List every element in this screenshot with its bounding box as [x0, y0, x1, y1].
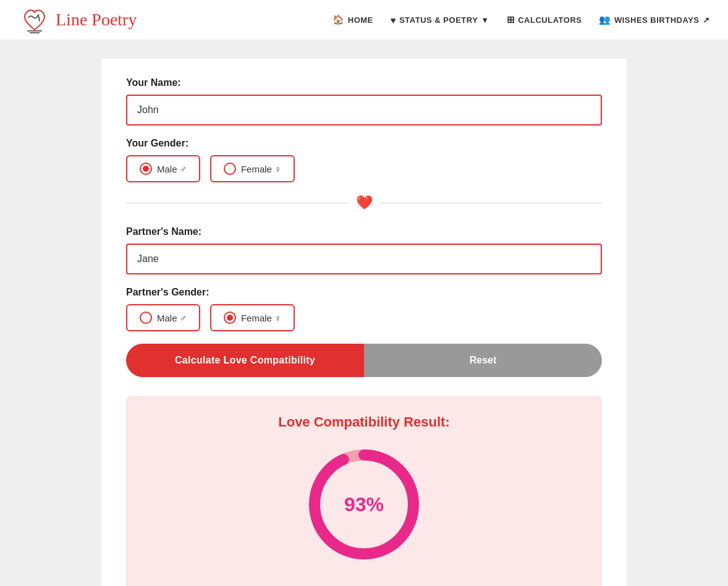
donut-chart: 93%: [302, 443, 426, 566]
navbar: Line Poetry 🏠 HOME ♥ STATUS & POETRY ▼ ⊞…: [0, 0, 728, 40]
your-gender-female[interactable]: Female ♀: [210, 155, 295, 182]
donut-percentage: 93%: [344, 493, 384, 516]
partner-name-label: Partner's Name:: [126, 226, 602, 237]
sidebar-left: [21, 59, 101, 586]
nav-link-calculators[interactable]: ⊞ CALCULATORS: [507, 14, 582, 25]
your-gender-label: Your Gender:: [126, 138, 602, 149]
partner-gender-female-radio[interactable]: [224, 312, 236, 324]
your-gender-male[interactable]: Male ♂: [126, 155, 200, 182]
your-gender-options: Male ♂ Female ♀: [126, 155, 602, 182]
partner-name-field-group: Partner's Name:: [126, 226, 602, 287]
calculator-icon: ⊞: [507, 14, 515, 25]
your-gender-female-radio[interactable]: [224, 163, 236, 175]
sidebar-right: [627, 59, 707, 586]
birthday-icon: 👥: [599, 14, 611, 25]
reset-button[interactable]: Reset: [364, 344, 602, 377]
heart-nav-icon: ♥: [391, 15, 396, 25]
nav-item-calculators[interactable]: ⊞ CALCULATORS: [507, 14, 582, 25]
nav-item-wishes-birthdays[interactable]: 👥 WISHES BIRTHDAYS ↗: [599, 14, 709, 25]
heart-divider: ❤️: [126, 195, 602, 211]
your-gender-male-label: Male ♂: [157, 164, 187, 174]
logo-icon: [19, 4, 51, 36]
nav-item-status-poetry[interactable]: ♥ STATUS & POETRY ▼: [391, 15, 489, 25]
your-name-field-group: Your Name:: [126, 77, 602, 138]
calculate-button[interactable]: Calculate Love Compatibility: [126, 344, 364, 377]
result-box: Love Compatibility Result: 93%: [126, 396, 602, 586]
nav-link-wishes-birthdays[interactable]: 👥 WISHES BIRTHDAYS ↗: [599, 14, 709, 25]
dropdown-arrow-icon: ▼: [481, 15, 489, 25]
your-name-input[interactable]: [126, 95, 602, 125]
external-link-icon: ↗: [703, 15, 710, 25]
partner-gender-male[interactable]: Male ♂: [126, 304, 200, 331]
nav-link-home[interactable]: 🏠 HOME: [332, 14, 373, 25]
your-gender-field-group: Your Gender: Male ♂ Female ♀: [126, 138, 602, 182]
partner-name-input[interactable]: [126, 244, 602, 274]
partner-gender-label: Partner's Gender:: [126, 287, 602, 298]
partner-gender-field-group: Partner's Gender: Male ♂ Female ♀: [126, 287, 602, 331]
your-name-label: Your Name:: [126, 77, 602, 88]
donut-wrapper: 93%: [138, 443, 590, 566]
home-icon: 🏠: [332, 14, 345, 25]
page-wrapper: Your Name: Your Gender: Male ♂ Female ♀ …: [0, 40, 728, 586]
logo-text: Line Poetry: [56, 10, 137, 30]
partner-gender-male-radio[interactable]: [140, 312, 152, 324]
your-gender-male-radio[interactable]: [140, 163, 152, 175]
result-title: Love Compatibility Result:: [138, 414, 590, 430]
heart-divider-icon: ❤️: [356, 195, 373, 211]
your-gender-female-label: Female ♀: [241, 164, 281, 174]
partner-gender-female-label: Female ♀: [241, 313, 281, 323]
partner-gender-options: Male ♂ Female ♀: [126, 304, 602, 331]
logo[interactable]: Line Poetry: [19, 4, 137, 36]
main-content: Your Name: Your Gender: Male ♂ Female ♀ …: [101, 59, 627, 586]
button-row: Calculate Love Compatibility Reset: [126, 344, 602, 377]
nav-item-home[interactable]: 🏠 HOME: [332, 14, 373, 25]
partner-gender-male-label: Male ♂: [157, 313, 187, 323]
nav-link-status-poetry[interactable]: ♥ STATUS & POETRY ▼: [391, 15, 489, 25]
partner-gender-female[interactable]: Female ♀: [210, 304, 295, 331]
nav-links: 🏠 HOME ♥ STATUS & POETRY ▼ ⊞ CALCULATORS…: [332, 14, 709, 25]
